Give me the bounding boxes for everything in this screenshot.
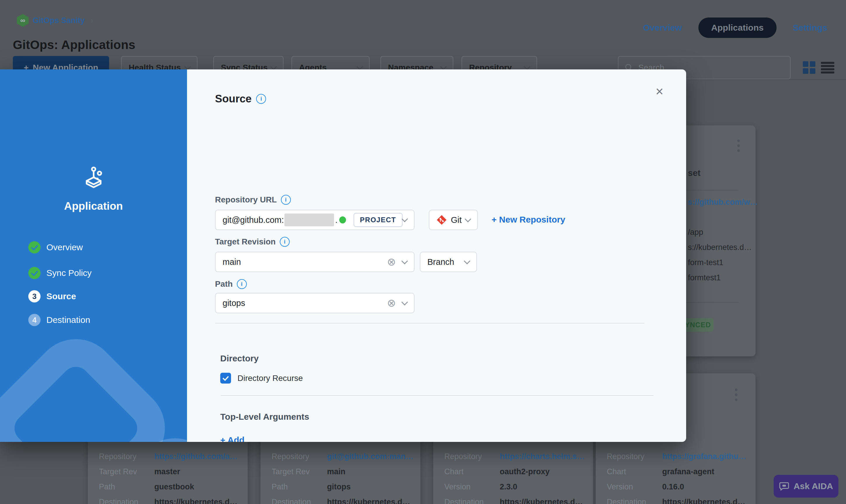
card-value: form-test1	[688, 258, 723, 267]
card-detail-label: Chart	[444, 464, 464, 479]
card-detail-row: Destinationhttps://kubernetes.d…	[596, 494, 756, 504]
gitops-logo-icon: ∞	[17, 14, 29, 27]
repository-url-label: Repository URL i	[215, 195, 291, 205]
wizard-sidebar: Application Overview Sync Policy 3 Sourc…	[0, 69, 187, 442]
card-detail-value: gitops	[327, 479, 350, 494]
card-repo-link[interactable]: s://github.com/w…	[688, 198, 758, 207]
card-detail-row: Chartoauth2-proxy	[433, 464, 593, 479]
wizard-step-overview[interactable]: Overview	[28, 241, 83, 253]
kebab-menu-icon[interactable]	[735, 389, 737, 401]
breadcrumb-link[interactable]: GitOps Sanity	[33, 16, 85, 25]
wizard-step-source[interactable]: 3 Source	[28, 290, 76, 303]
card-detail-row: Target Revmaster	[88, 464, 248, 479]
path-label: Path i	[215, 279, 247, 289]
tab-applications[interactable]: Applications	[698, 18, 777, 38]
path-input[interactable]: gitops ⊗	[215, 293, 415, 313]
info-icon[interactable]: i	[237, 279, 247, 289]
card-detail-row: Repositoryhttps://github.com/a…	[88, 449, 248, 464]
card-repo-link[interactable]: https://grafana.githu…	[662, 449, 746, 464]
card-detail-row: Pathguestbook	[88, 479, 248, 494]
repo-type-select[interactable]: Git	[429, 210, 478, 230]
kebab-menu-icon[interactable]	[737, 140, 740, 152]
card-detail-label: Destination	[444, 494, 484, 504]
card-detail-value: https://kubernetes.d…	[662, 494, 745, 504]
card-detail-row: Repositoryhttps://grafana.githu…	[596, 449, 756, 464]
info-icon[interactable]: i	[256, 94, 266, 104]
step-number: 3	[28, 290, 40, 303]
green-status-dot	[339, 216, 346, 223]
chevron-down-icon	[401, 258, 408, 265]
ask-aida-button[interactable]: Ask AIDA	[774, 475, 839, 498]
card-repo-link[interactable]: git@github.com:man…	[327, 449, 413, 464]
directory-recurse-row: Directory Recurse	[220, 373, 303, 383]
card-detail-row: Target Revmain	[260, 464, 420, 479]
target-revision-label: Target Revision i	[215, 237, 290, 247]
revision-type-select[interactable]: Branch	[420, 252, 477, 272]
card-repo-link[interactable]: https://charts.helm.s…	[500, 449, 584, 464]
wizard-step-destination[interactable]: 4 Destination	[28, 314, 90, 326]
card-detail-value: main	[327, 464, 345, 479]
card-value: /app	[688, 228, 703, 237]
chevron-down-icon	[440, 64, 447, 70]
new-application-modal: Application Overview Sync Policy 3 Sourc…	[0, 69, 686, 442]
source-form: Source i × Repository URL i git@github.c…	[187, 69, 686, 442]
chevron-down-icon	[464, 258, 471, 265]
card-detail-row: Destinationhttps://kubernetes.d…	[260, 494, 420, 504]
card-detail-label: Path	[272, 479, 288, 494]
card-detail-row: Version0.16.0	[596, 479, 756, 494]
directory-recurse-label: Directory Recurse	[237, 374, 303, 383]
card-detail-value: grafana-agent	[662, 464, 715, 479]
card-detail-row: Pathgitops	[260, 479, 420, 494]
card-detail-label: Target Rev	[272, 464, 310, 479]
directory-recurse-checkbox[interactable]	[220, 373, 231, 383]
brand-watermark	[0, 311, 187, 442]
card-detail-row: Destinationhttps://kubernetes.d…	[88, 494, 248, 504]
card-detail-row: Destinationhttps://kubernetes.d…	[433, 494, 593, 504]
breadcrumb: ∞ GitOps Sanity ›	[17, 14, 93, 27]
card-detail-row: Repositorygit@github.com:man…	[260, 449, 420, 464]
target-revision-input[interactable]: main ⊗	[215, 252, 415, 272]
chevron-down-icon	[184, 64, 191, 70]
card-title-clipped: set	[688, 168, 700, 178]
close-icon[interactable]: ×	[655, 85, 663, 98]
card-detail-value: 2.3.0	[500, 479, 517, 494]
card-detail-label: Repository	[99, 449, 137, 464]
repository-url-select[interactable]: git@github.com:. PROJECT	[215, 210, 415, 230]
wizard-step-sync-policy[interactable]: Sync Policy	[28, 267, 92, 279]
grid-view-icon[interactable]	[803, 61, 816, 74]
chevron-down-icon	[524, 64, 530, 70]
card-detail-label: Destination	[99, 494, 138, 504]
chevron-down-icon	[270, 64, 277, 70]
check-icon	[28, 267, 40, 279]
card-detail-value: guestbook	[154, 479, 194, 494]
card-detail-label: Version	[444, 479, 471, 494]
tab-settings[interactable]: Settings	[793, 23, 827, 33]
wizard-title: Application	[0, 200, 187, 212]
top-level-arguments-heading: Top-Level Arguments	[220, 412, 309, 422]
clear-icon[interactable]: ⊗	[387, 297, 396, 309]
chat-bubble-icon	[779, 481, 789, 491]
application-icon	[83, 166, 105, 190]
info-icon[interactable]: i	[280, 237, 290, 247]
card-detail-row: Repositoryhttps://charts.helm.s…	[433, 449, 593, 464]
card-detail-label: Chart	[607, 464, 626, 479]
card-detail-label: Target Rev	[99, 464, 137, 479]
list-view-icon[interactable]	[821, 61, 834, 74]
info-icon[interactable]: i	[281, 195, 291, 205]
card-repo-link[interactable]: https://github.com/a…	[154, 449, 237, 464]
card-value: s://kubernetes.d…	[688, 243, 752, 252]
screen: ∞ GitOps Sanity › GitOps: Applications O…	[0, 0, 846, 504]
card-detail-label: Repository	[607, 449, 644, 464]
page-title: GitOps: Applications	[13, 38, 136, 52]
chevron-down-icon	[357, 64, 363, 70]
new-repository-link[interactable]: + New Repository	[491, 215, 565, 224]
header-tabs: Overview Applications Settings	[643, 18, 827, 38]
tab-overview[interactable]: Overview	[643, 23, 682, 33]
add-argument-link[interactable]: + Add	[220, 435, 245, 442]
card-detail-label: Repository	[444, 449, 482, 464]
check-icon	[28, 241, 40, 253]
card-detail-label: Destination	[272, 494, 311, 504]
breadcrumb-chevron-icon: ›	[91, 16, 93, 25]
card-detail-value: master	[154, 464, 180, 479]
clear-icon[interactable]: ⊗	[387, 256, 396, 268]
